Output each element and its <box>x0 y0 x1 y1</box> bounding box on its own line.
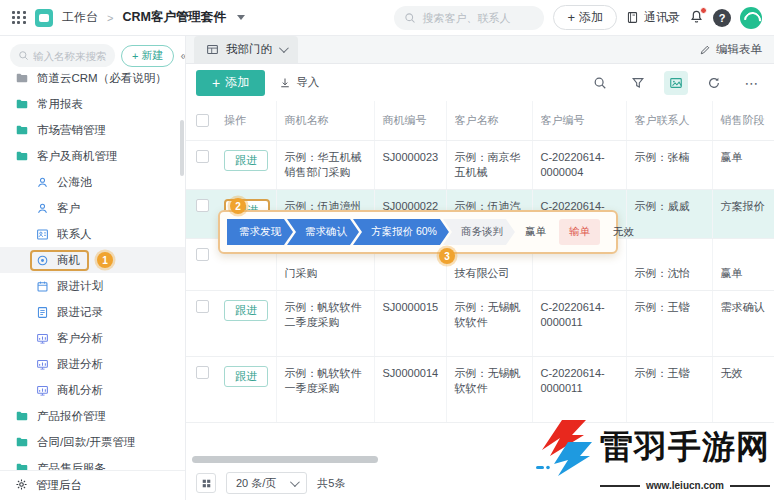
sidebar-item-contract-payment-invoice[interactable]: 合同/回款/开票管理 <box>0 429 185 455</box>
sidebar-item-quote-mgmt[interactable]: 产品报价管理 <box>0 403 185 429</box>
watermark: 雷羽手游网 www.leiucn.com <box>534 416 770 491</box>
cell-customer-code: C-20220614-0000004 <box>532 141 626 190</box>
cell-sales-stage: 赢单 <box>712 141 774 190</box>
global-add-button[interactable]: + 添加 <box>553 5 617 30</box>
row-checkbox[interactable] <box>196 248 209 261</box>
folder-icon <box>15 71 29 85</box>
sidebar-item-opportunity-analysis[interactable]: 商机分析 <box>0 377 185 403</box>
stage-business-negotiation[interactable]: 商务谈判 <box>443 219 515 245</box>
search-icon <box>18 50 29 61</box>
sidebar-item-customers[interactable]: 客户 <box>0 195 185 221</box>
sales-stage-popup: 需求发现 需求确认 方案报价 60% 商务谈判 赢单 输单 无效 <box>218 210 618 254</box>
sidebar-item-public-pool[interactable]: 公海池 <box>0 169 185 195</box>
cell-customer-name: 示例：南京华五机械 <box>446 141 532 190</box>
sidebar-collapse-icon[interactable]: « <box>180 49 186 63</box>
person-icon <box>35 201 49 215</box>
refresh-button[interactable] <box>702 71 726 95</box>
table-toolbar: + 添加 导入 ⋯ <box>186 64 774 101</box>
cell-customer-name: 示例：无锡帆软软件 <box>446 291 532 357</box>
sidebar-item-admin-console[interactable]: 管理后台 <box>0 470 185 500</box>
folder-icon <box>15 409 29 423</box>
import-icon <box>279 77 291 89</box>
table-row: 跟进 示例：帆软软件二季度采购 SJ0000015 示例：无锡帆软软件 C-20… <box>186 291 774 357</box>
table-row: 跟进 示例：华五机械销售部门采购 SJ0000023 示例：南京华五机械 C-2… <box>186 141 774 190</box>
sidebar-item-common-reports[interactable]: 常用报表 <box>0 91 185 117</box>
contacts-directory-button[interactable]: 通讯录 <box>626 9 680 26</box>
view-selector-my-department[interactable]: 我部门的 <box>194 36 298 63</box>
stage-demand-discovery[interactable]: 需求发现 <box>227 219 293 245</box>
select-all-checkbox[interactable] <box>196 114 209 127</box>
follow-up-button[interactable]: 跟进 <box>224 366 268 387</box>
cell-sales-stage: 方案报价 <box>712 190 774 239</box>
watermark-url: www.leiucn.com <box>646 480 724 491</box>
horizontal-scrollbar[interactable] <box>192 456 378 463</box>
grid-view-icon[interactable] <box>196 473 216 493</box>
stage-invalid[interactable]: 无效 <box>603 219 644 245</box>
stage-demand-confirmation[interactable]: 需求确认 <box>287 219 359 245</box>
follow-up-button[interactable]: 跟进 <box>224 300 268 321</box>
chart-icon <box>35 383 49 397</box>
sidebar-item-contacts[interactable]: 联系人 <box>0 221 185 247</box>
stage-won[interactable]: 赢单 <box>515 219 556 245</box>
breadcrumb-app-title[interactable]: CRM客户管理套件 <box>122 9 225 26</box>
gear-icon <box>15 478 28 493</box>
breadcrumb-workbench[interactable]: 工作台 <box>62 9 98 26</box>
notification-badge <box>700 7 707 14</box>
cell-opportunity-code: SJ0000015 <box>374 291 446 357</box>
sidebar-item-customer-opportunity-mgmt[interactable]: 客户及商机管理 <box>0 143 185 169</box>
follow-up-button[interactable]: 跟进 <box>224 150 268 171</box>
sidebar-item-followup-analysis[interactable]: 跟进分析 <box>0 351 185 377</box>
card-view-toggle-button[interactable] <box>664 71 688 95</box>
cell-customer-name: 示例：无锡帆软软件 <box>446 357 532 423</box>
app-launcher-icon[interactable] <box>12 11 26 25</box>
contact-card-icon <box>35 227 49 241</box>
add-record-button[interactable]: + 添加 <box>196 70 265 96</box>
import-button[interactable]: 导入 <box>279 75 319 90</box>
more-options-button[interactable]: ⋯ <box>740 71 764 95</box>
sidebar-item-customer-analysis[interactable]: 客户分析 <box>0 325 185 351</box>
cell-sales-stage: 需求确认 <box>712 291 774 357</box>
row-checkbox[interactable] <box>196 300 209 313</box>
table-search-button[interactable] <box>588 71 612 95</box>
sidebar-item-followup-plan[interactable]: 跟进计划 <box>0 273 185 299</box>
stage-lost[interactable]: 输单 <box>559 219 600 245</box>
help-button[interactable]: ? <box>713 9 731 27</box>
cell-sales-stage: 赢单 <box>712 239 774 291</box>
global-search-input[interactable] <box>422 12 532 24</box>
col-header-customer-contact: 客户联系人 <box>626 101 712 141</box>
stage-solution-quote[interactable]: 方案报价 60% <box>353 219 449 245</box>
sidebar-search[interactable] <box>10 44 115 67</box>
watermark-logo <box>534 416 594 478</box>
chevron-down-icon <box>290 477 300 487</box>
page-size-select[interactable]: 20 条/页 <box>226 472 307 494</box>
col-header-sales-stage: 销售阶段 <box>712 101 774 141</box>
cell-customer-contact: 示例：沈怡 <box>626 239 712 291</box>
chart-icon <box>35 357 49 371</box>
sidebar-item-followup-records[interactable]: 跟进记录 <box>0 299 185 325</box>
table-view-icon <box>206 43 219 56</box>
global-search[interactable] <box>394 6 544 30</box>
app-title-dropdown-icon[interactable] <box>237 15 245 20</box>
sidebar-item-crm-readme[interactable]: 简道云CRM（必看说明） <box>0 65 185 91</box>
filter-button[interactable] <box>626 71 650 95</box>
folder-open-icon <box>15 149 29 163</box>
notifications-button[interactable] <box>689 9 704 26</box>
view-tab-strip: 我部门的 编辑表单 <box>186 36 774 63</box>
plus-icon: + <box>132 50 138 62</box>
table-header-row: 操作 商机名称 商机编号 客户名称 客户编号 客户联系人 销售阶段 <box>186 101 774 141</box>
table-row: 跟进 示例：帆软软件一季度采购 SJ0000014 示例：无锡帆软软件 C-20… <box>186 357 774 423</box>
sidebar-new-button[interactable]: + 新建 <box>121 45 174 67</box>
sidebar-item-opportunities[interactable]: 商机 1 <box>0 247 185 273</box>
edit-form-button[interactable]: 编辑表单 <box>699 42 762 57</box>
user-avatar[interactable] <box>740 7 762 29</box>
sidebar-item-marketing[interactable]: 市场营销管理 <box>0 117 185 143</box>
row-checkbox[interactable] <box>196 150 209 163</box>
cell-customer-code: C-20220614-0000011 <box>532 291 626 357</box>
sidebar-search-input[interactable] <box>33 50 107 62</box>
cell-opportunity-name: 示例：华五机械销售部门采购 <box>276 141 374 190</box>
chart-icon <box>35 331 49 345</box>
sidebar-scrollbar[interactable] <box>180 120 184 176</box>
tutorial-step-1-marker: 1 <box>97 252 113 268</box>
row-checkbox[interactable] <box>196 199 209 212</box>
row-checkbox[interactable] <box>196 366 209 379</box>
